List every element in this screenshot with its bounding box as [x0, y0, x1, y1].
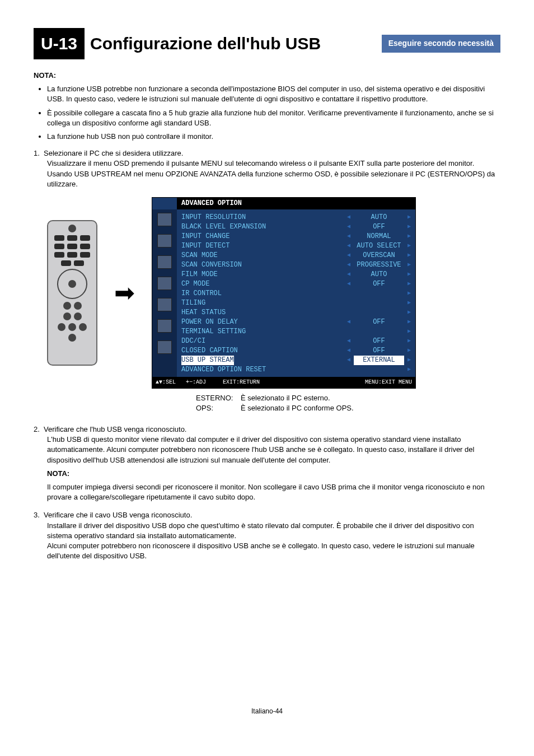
osd-row-value: NORMAL [354, 232, 404, 241]
step-head: Selezionare il PC che si desidera utiliz… [44, 149, 183, 157]
osd-row-value: OFF [354, 346, 404, 356]
note-item: È possibile collegare a cascata fino a 5… [47, 108, 500, 128]
osd-row-label: SCAN MODE [181, 251, 218, 260]
arrow-left-icon: ◀ [347, 270, 350, 278]
osd-row-label: HEAT STATUS [181, 308, 226, 318]
arrow-left-icon: ◀ [347, 261, 350, 269]
osd-row: INPUT RESOLUTION◀AUTO▶ [181, 213, 411, 222]
arrow-left-icon: ◀ [347, 242, 350, 250]
osd-tab-icon [157, 319, 172, 333]
page-footer: Italiano-44 [34, 707, 500, 716]
arrow-right-icon: ▶ [407, 328, 411, 335]
arrow-left-icon: ◀ [347, 251, 350, 259]
osd-row: SCAN MODE◀OVERSCAN▶ [181, 251, 411, 260]
osd-foot-right: MENU:EXIT MENU [365, 379, 412, 386]
arrow-left-icon: ◀ [347, 356, 350, 364]
remote-dpad-icon [57, 269, 87, 299]
kv-value: È selezionato il PC conforme OPS. [241, 403, 354, 413]
section-number: U-13 [34, 28, 85, 59]
arrow-left-icon: ◀ [347, 318, 350, 326]
osd-row: DDC/CI◀OFF▶ [181, 337, 411, 346]
osd-row-label: ADVANCED OPTION RESET [181, 365, 266, 375]
osd-row: IR CONTROL▶ [181, 289, 411, 298]
osd-row: FILM MODE◀AUTO▶ [181, 270, 411, 279]
osd-row-label: USB UP STREAM [181, 356, 234, 365]
osd-row-value: OVERSCAN [354, 251, 404, 260]
osd-foot-left: ▲▼:SEL +−:ADJ EXIT:RETURN [156, 379, 260, 386]
step-text: L'hub USB di questo monitor viene rileva… [47, 435, 500, 465]
osd-row-value: AUTO SELECT [354, 241, 404, 251]
step-1: 1. Selezionare il PC che si desidera uti… [34, 148, 500, 189]
osd-row-label: INPUT CHANGE [181, 232, 229, 241]
step-number: 2. [34, 425, 40, 433]
step-number: 3. [34, 511, 40, 519]
header-tag: Eseguire secondo necessità [382, 35, 500, 53]
osd-tab-icon [157, 298, 172, 311]
osd-row-value: OFF [354, 318, 404, 327]
kv-value: È selezionato il PC esterno. [241, 393, 330, 403]
section-title: Configurazione dell'hub USB [90, 32, 382, 55]
arrow-right-icon: ▶ [407, 242, 411, 250]
step-body: Visualizzare il menu OSD premendo il pul… [47, 158, 500, 189]
arrow-right-icon: ▶ [407, 223, 411, 231]
osd-row: INPUT DETECT◀AUTO SELECT▶ [181, 241, 411, 251]
step-text: Usando USB UPSTREAM nel menu OPZIONE AVA… [47, 169, 500, 189]
arrow-right-icon: ▶ [407, 261, 411, 269]
arrow-right-icon: ▶ [407, 337, 411, 345]
osd-row: TERMINAL SETTING▶ [181, 327, 411, 337]
osd-row: CP MODE◀OFF▶ [181, 279, 411, 289]
osd-row: BLACK LEVEL EXPANSION◀OFF▶ [181, 222, 411, 232]
note-item: La funzione USB potrebbe non funzionare … [47, 84, 500, 104]
osd-row-value: EXTERNAL [354, 356, 404, 365]
step-head: Verificare che il cavo USB venga riconos… [44, 511, 192, 519]
osd-row-value: OFF [354, 337, 404, 346]
osd-row-label: FILM MODE [181, 270, 218, 279]
arrow-left-icon: ◀ [347, 347, 350, 354]
osd-row: HEAT STATUS▶ [181, 308, 411, 318]
osd-row-label: TILING [181, 298, 205, 308]
kv-key: OPS: [196, 403, 241, 413]
arrow-left-icon: ◀ [347, 280, 350, 288]
arrow-right-icon: ▶ [407, 356, 411, 364]
definition-table: ESTERNO: È selezionato il PC esterno. OP… [196, 393, 500, 413]
arrow-right-icon: ▶ [407, 347, 411, 354]
osd-row-value: OFF [354, 222, 404, 232]
osd-row: INPUT CHANGE◀NORMAL▶ [181, 232, 411, 241]
arrow-right-icon: ▶ [407, 270, 411, 278]
arrow-right-icon: ▶ [407, 232, 411, 240]
arrow-right-icon: ▶ [407, 213, 411, 221]
step-text: Alcuni computer potrebbero non riconosce… [47, 541, 500, 561]
arrow-left-icon: ◀ [347, 213, 350, 221]
arrow-right-icon: ▶ [407, 366, 411, 374]
arrow-right-icon: ▶ [407, 299, 411, 307]
osd-footer: ▲▼:SEL +−:ADJ EXIT:RETURN MENU:EXIT MENU [152, 377, 415, 388]
arrow-right-icon: ▶ [407, 318, 411, 326]
osd-row-label: IR CONTROL [181, 289, 222, 298]
osd-row-value: PROGRESSIVE [354, 260, 404, 270]
arrow-left-icon: ◀ [347, 223, 350, 231]
osd-tab-icon [157, 234, 172, 248]
osd-tab-icon [157, 340, 172, 354]
arrow-right-icon: ▶ [407, 280, 411, 288]
osd-row-label: CLOSED CAPTION [181, 346, 238, 356]
arrow-left-icon: ◀ [347, 232, 350, 240]
osd-tab-icon [157, 255, 172, 269]
nota-label: NOTA: [47, 469, 500, 479]
osd-row-value: AUTO [354, 213, 404, 222]
osd-row-label: BLACK LEVEL EXPANSION [181, 222, 266, 232]
arrow-right-icon: ▶ [407, 309, 411, 316]
arrow-right-icon: ▶ [407, 251, 411, 259]
osd-row: POWER ON DELAY◀OFF▶ [181, 318, 411, 327]
step-number: 1. [34, 149, 40, 157]
nota-label: NOTA: [34, 71, 500, 81]
step-text: Installare il driver del dispositivo USB… [47, 521, 500, 541]
step-2: 2. Verificare che l'hub USB venga ricono… [34, 424, 500, 502]
arrow-right-icon: ▶ [407, 290, 411, 297]
arrow-left-icon: ◀ [347, 337, 350, 345]
figure-row: ➡ ADVANCED OPTION INPUT RESOLUTION◀AUTO▶… [47, 197, 500, 389]
osd-row-label: DDC/CI [181, 337, 205, 346]
osd-row-label: CP MODE [181, 279, 209, 289]
osd-row-label: POWER ON DELAY [181, 318, 238, 327]
osd-row-label: INPUT RESOLUTION [181, 213, 246, 222]
step-head: Verificare che l'hub USB venga riconosci… [44, 425, 186, 433]
